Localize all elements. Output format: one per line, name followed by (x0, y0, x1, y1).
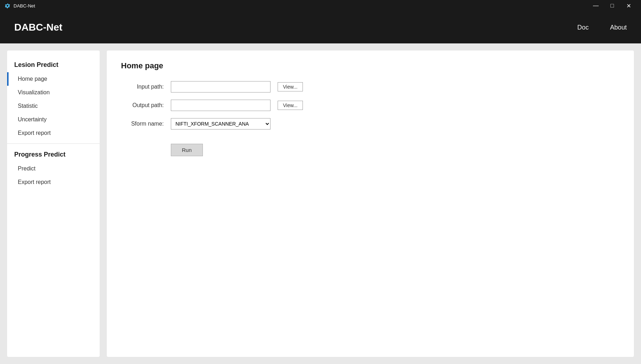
sidebar-item-uncertainty[interactable]: Uncertainty (7, 113, 100, 126)
output-path-view-button[interactable]: View... (278, 101, 303, 110)
header-nav: Doc About (577, 24, 627, 31)
input-path-label: Input path: (121, 84, 171, 90)
sform-name-label: Sform name: (121, 121, 171, 127)
nav-doc[interactable]: Doc (577, 24, 589, 31)
sform-name-select[interactable]: NIFTI_XFORM_SCANNER_ANA NIFTI_XFORM_ALIG… (171, 118, 270, 130)
output-path-label: Output path: (121, 102, 171, 109)
lesion-predict-title: Lesion Predict (7, 58, 100, 72)
output-path-field[interactable] (171, 100, 270, 111)
sidebar-divider (7, 143, 100, 144)
sidebar-item-predict[interactable]: Predict (7, 162, 100, 175)
title-bar-left: DABC-Net (4, 2, 35, 9)
page-title: Home page (121, 61, 620, 70)
input-path-view-button[interactable]: View... (278, 82, 303, 91)
nav-about[interactable]: About (610, 24, 627, 31)
title-bar: DABC-Net — □ ✕ (0, 0, 641, 11)
minimize-button[interactable]: — (588, 0, 604, 11)
header-title: DABC-Net (14, 22, 62, 33)
run-button-row: Run (121, 137, 620, 156)
run-button[interactable]: Run (171, 144, 203, 156)
content-area: Home page Input path: View... Output pat… (107, 51, 634, 357)
header: DABC-Net Doc About (0, 11, 641, 43)
input-path-row: Input path: View... (121, 81, 620, 93)
sidebar-item-visualization[interactable]: Visualization (7, 86, 100, 99)
sidebar-item-statistic[interactable]: Statistic (7, 99, 100, 113)
app-title: DABC-Net (14, 3, 35, 9)
sidebar: Lesion Predict Home page Visualization S… (7, 51, 100, 357)
sidebar-item-home-page[interactable]: Home page (7, 72, 100, 86)
sidebar-item-lesion-export-report[interactable]: Export report (7, 126, 100, 140)
sform-name-row: Sform name: NIFTI_XFORM_SCANNER_ANA NIFT… (121, 118, 620, 130)
output-path-row: Output path: View... (121, 100, 620, 111)
close-button[interactable]: ✕ (620, 0, 637, 11)
input-path-field[interactable] (171, 81, 270, 93)
main-container: Lesion Predict Home page Visualization S… (0, 43, 641, 364)
app-icon (4, 2, 11, 9)
maximize-button[interactable]: □ (604, 0, 620, 11)
sidebar-item-progress-export-report[interactable]: Export report (7, 175, 100, 189)
title-bar-controls: — □ ✕ (588, 0, 637, 11)
progress-predict-title: Progress Predict (7, 147, 100, 162)
